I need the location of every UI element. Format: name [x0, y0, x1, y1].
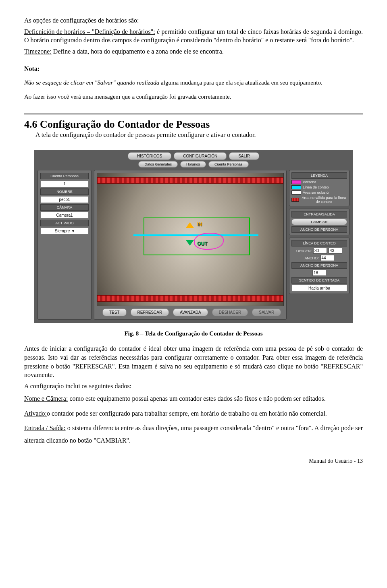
lc-title: LÍNEA DE CONTEO [291, 240, 347, 246]
select-activado[interactable]: Siempre ▾ [40, 228, 89, 234]
refrescar-button[interactable]: REFRESCAR [131, 308, 169, 316]
def-horarios-para: Deficnición de horários – "Definição de … [24, 27, 363, 45]
note-line1b: alguma mudança para que ela seja atualiz… [159, 79, 322, 86]
in-label: IN [197, 222, 202, 227]
note-line2: Ao fazer isso você verá uma mensagem que… [24, 93, 363, 101]
input-camara[interactable]: Camera1 [40, 212, 89, 219]
test-button[interactable]: TEST [102, 308, 127, 316]
tab-horarios[interactable]: Horarios [180, 161, 206, 168]
top-nav: HISTÓRICOS CONFIGURACIÓN SALIR [34, 150, 353, 161]
nome-camera-rest: como este equipamento possui apenas um c… [68, 395, 325, 402]
lc-ancho-label: ANCHO: [304, 256, 318, 260]
label-cuenta-personas: Cuenta Personas [40, 173, 89, 179]
swatch-persona-icon [291, 180, 301, 184]
in-arrow-icon [186, 222, 194, 228]
sub-nav: Datos Generales Horarios Cuenta Personas [34, 161, 353, 170]
entrada-saida-head: Entrada / Saída: [24, 424, 66, 431]
ativado-rest: o contador pode ser configurado para tra… [47, 410, 327, 417]
lc-origen-x[interactable]: 30 [313, 248, 327, 254]
timezone-para: Timezone: Define a data, hora do equipam… [24, 47, 363, 56]
ativado-para: Ativado:o contador pode ser configurado … [24, 408, 363, 420]
avanzada-button[interactable]: AVANZADA [173, 308, 208, 316]
note-head: Nota: [24, 65, 363, 72]
screenshot-mock: HISTÓRICOS CONFIGURACIÓN SALIR Datos Gen… [34, 150, 353, 323]
section-desc: A tela de configuração do contador de pe… [35, 131, 363, 139]
timezone-rest: Define a data, hora do equipamento e a z… [52, 48, 224, 55]
legend-invalid: Área no válida para la línea de conteo [301, 196, 347, 204]
tab-datos-generales[interactable]: Datos Generales [138, 161, 178, 168]
lc-ap-label: ANCHO DE PERSONA [291, 262, 347, 269]
legend-persona: Persona [303, 180, 316, 184]
legend-box: LEYENDA Persona Línea de conteo Área sin… [289, 170, 350, 206]
input-nombre[interactable]: peco1 [40, 196, 89, 203]
legend-linea: Línea de conteo [303, 185, 329, 189]
nav-salir[interactable]: SALIR [229, 152, 259, 160]
lc-ap-value[interactable]: 18 [312, 270, 326, 276]
swatch-linea-icon [291, 185, 301, 189]
section-title: 4.6 Configuração do Contador de Pessoas [24, 118, 363, 130]
count-line[interactable] [133, 234, 258, 236]
lc-sentido-select[interactable]: Hacia arriba [291, 285, 347, 292]
def-horarios-head: Deficnición de horários – "Definição de … [24, 28, 155, 35]
swatch-invalid-icon [291, 198, 299, 202]
lc-sentido-label: SENTIDO DE ENTRADA [291, 277, 347, 284]
lc-origen-label: ORIGEN: [296, 249, 312, 253]
input-cuenta-personas[interactable]: 1 [40, 180, 89, 187]
label-activado: ACTIVADO [40, 220, 89, 226]
label-camara: CÁMARA [40, 204, 89, 211]
center-panel: IN OUT TEST REFRESCAR AVANZADA DESHACER … [94, 170, 287, 320]
tab-cuenta-personas[interactable]: Cuenta Personas [208, 161, 249, 168]
salvar-button[interactable]: SALVAR [252, 308, 281, 316]
nav-historicos[interactable]: HISTÓRICOS [128, 152, 171, 160]
note-line1: Não se esqueça de clicar em "Salvar" qua… [24, 79, 363, 87]
es-title: ENTRADA/SALIDA [291, 211, 347, 217]
deshacer-button[interactable]: DESHACER [212, 308, 248, 316]
section-divider [24, 114, 363, 114]
legend-title: LEYENDA [291, 172, 347, 179]
linea-conteo-box: LÍNEA DE CONTEO ORIGEN: 30 43 ANCHO: 44 … [289, 238, 350, 294]
camera-view[interactable]: IN OUT [97, 173, 284, 306]
entrada-saida-rest: o sistema diferencia entre as duas direç… [24, 424, 363, 443]
entrada-salida-box: ENTRADA/SALIDA CAMBIAR ANCHO DE PERSONA [289, 209, 350, 235]
select-activado-value: Siempre [55, 229, 70, 233]
figure-caption: Fig. 8 – Tela de Configuração do Contado… [24, 330, 363, 337]
nome-camera-para: Nome e Câmera: como este equipamento pos… [24, 393, 363, 405]
after-p2: A configuração inclui os seguintes dados… [24, 382, 363, 391]
page-footer: Manual do Usuário - 13 [24, 458, 363, 464]
invalid-zone-bottom [97, 295, 283, 302]
after-p1: Antes de iniciar a configuração do conta… [24, 344, 363, 379]
lc-ancho-value[interactable]: 44 [320, 255, 334, 261]
intro-line: As opções de configurações de horários s… [24, 16, 363, 25]
nome-camera-head: Nome e Câmera: [24, 395, 68, 402]
ativado-head: Ativado: [24, 410, 47, 417]
out-arrow-icon [186, 240, 194, 246]
bottom-toolbar: TEST REFRESCAR AVANZADA DESHACER SALVAR [94, 308, 286, 319]
es-ancho-label: ANCHO DE PERSONA [291, 226, 347, 233]
lc-origen-y[interactable]: 43 [329, 248, 342, 254]
note-line1a: Não se esqueça de clicar em "Salvar" qua… [24, 79, 159, 86]
legend-area: Área sin oclusión [303, 190, 331, 195]
timezone-head: Timezone: [24, 48, 52, 55]
note-line2-text: Ao fazer isso você verá uma mensagem que… [24, 93, 231, 100]
right-column: LEYENDA Persona Línea de conteo Área sin… [289, 170, 350, 320]
invalid-zone-top [97, 177, 283, 184]
cambiar-button[interactable]: CAMBIAR [291, 219, 347, 225]
swatch-area-icon [291, 190, 301, 195]
out-label: OUT [197, 241, 207, 246]
left-panel: Cuenta Personas 1 NOMBRE peco1 CÁMARA Ca… [37, 170, 92, 320]
nav-configuracion[interactable]: CONFIGURACIÓN [174, 152, 227, 160]
entrada-saida-para: Entrada / Saída: o sistema diferencia en… [24, 422, 363, 447]
label-nombre: NOMBRE [40, 188, 89, 195]
